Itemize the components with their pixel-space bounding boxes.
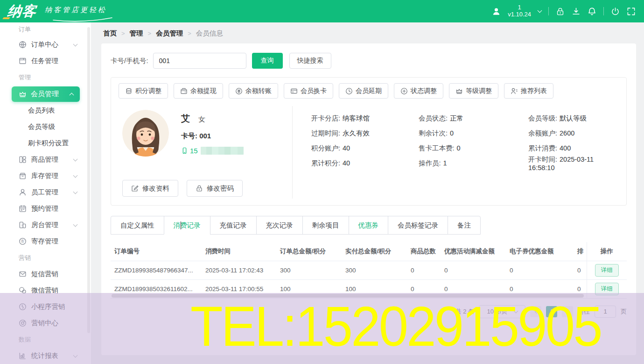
chevron-down-icon bbox=[513, 308, 518, 313]
search-input[interactable] bbox=[153, 53, 246, 69]
tab-coupons[interactable]: 优惠券 bbox=[349, 216, 389, 235]
sidebar-subitem-member-list[interactable]: 会员列表 bbox=[0, 102, 91, 119]
next-page-button[interactable] bbox=[562, 306, 573, 317]
grid-icon bbox=[19, 156, 27, 164]
download-icon[interactable] bbox=[572, 7, 581, 16]
current-page[interactable]: 1 bbox=[546, 306, 557, 317]
detail-button[interactable]: 详细 bbox=[595, 283, 619, 295]
sidebar-item-goods-management[interactable]: 商品管理 bbox=[0, 151, 91, 168]
sidebar-item-booking-management[interactable]: 预约管理 bbox=[0, 200, 91, 217]
button-label: 修改资料 bbox=[142, 184, 169, 193]
page-size-value: 10条/页 bbox=[487, 307, 507, 316]
tagline-underline bbox=[52, 17, 113, 22]
consumption-table: 订单编号 消费时间 订单总金额/积分 实付总金额/积分 商品总数 优惠活动满减金… bbox=[111, 242, 627, 299]
card-replace-button[interactable]: 会员换卡 bbox=[284, 83, 333, 99]
sidebar-item-label: 库存管理 bbox=[31, 171, 58, 180]
sidebar-section-data: 数据 bbox=[0, 331, 91, 348]
status-adjust-button[interactable]: 状态调整 bbox=[394, 83, 443, 99]
quick-search-button[interactable]: 快捷搜索 bbox=[289, 53, 331, 69]
tab-custom-attributes[interactable]: 自定义属性 bbox=[111, 216, 164, 235]
box-icon bbox=[19, 172, 27, 180]
horizontal-scrollbar[interactable] bbox=[112, 294, 584, 298]
member-extend-button[interactable]: 会员延期 bbox=[339, 83, 388, 99]
user-info[interactable]: 1 v1.10.24 bbox=[508, 4, 531, 18]
member-actions: 积分调整 余额提现 余额转账 会员换卡 会员延期 状态调整 等级调整 推荐列表 bbox=[119, 83, 619, 99]
sidebar-item-task-management[interactable]: 任务管理 bbox=[0, 53, 91, 69]
sidebar-item-deposit-management[interactable]: 寄 寄存管理 bbox=[0, 233, 91, 250]
sidebar-item-miniprogram-marketing[interactable]: 小程序营销 bbox=[0, 299, 91, 315]
sidebar-subitem-member-level[interactable]: 会员等级 bbox=[0, 119, 91, 135]
wechat-icon bbox=[19, 286, 27, 294]
user-icon[interactable] bbox=[492, 7, 501, 16]
col-consume-time: 消费时间 bbox=[202, 242, 276, 261]
balance-withdraw-button[interactable]: 余额提现 bbox=[174, 83, 223, 99]
member-name-row: 艾女 bbox=[181, 113, 244, 125]
table-row: ZZMD1899385487966347... 2025-03-11 17:02… bbox=[111, 261, 627, 279]
sidebar-item-sms-marketing[interactable]: 短信营销 bbox=[0, 266, 91, 282]
sidebar-item-room-management[interactable]: 房台管理 bbox=[0, 217, 91, 233]
sidebar-item-label: 寄存管理 bbox=[31, 237, 58, 246]
clock-icon bbox=[345, 87, 353, 95]
coupon-cell: 0 bbox=[506, 261, 574, 279]
record-tabs: 自定义属性 消费记录 充值记录 充次记录 剩余项目 优惠券 会员标签记录 备注 bbox=[111, 216, 627, 235]
lock-icon[interactable] bbox=[556, 7, 565, 16]
tab-member-tag-records[interactable]: 会员标签记录 bbox=[388, 216, 448, 235]
tab-recharge-records[interactable]: 充值记录 bbox=[210, 216, 257, 235]
room-icon bbox=[19, 221, 27, 229]
sidebar-item-staff-management[interactable]: 员工管理 bbox=[0, 184, 91, 200]
level-adjust-button[interactable]: 等级调整 bbox=[449, 83, 498, 99]
col-truncated: 排 bbox=[574, 242, 587, 261]
breadcrumb-member-management[interactable]: 会员管理 bbox=[156, 29, 183, 38]
sidebar-item-statistics-reports[interactable]: 统计报表 bbox=[0, 348, 91, 364]
tab-notes[interactable]: 备注 bbox=[448, 216, 481, 235]
phone-prefix: 15 bbox=[190, 147, 198, 155]
power-icon[interactable] bbox=[611, 7, 620, 16]
breadcrumb-separator: > bbox=[188, 30, 191, 37]
sidebar-item-wechat-marketing[interactable]: 微信营销 bbox=[0, 282, 91, 299]
sidebar-item-member-management-active[interactable]: 会员管理 bbox=[12, 86, 80, 102]
count-cell: 0 bbox=[407, 261, 441, 279]
button-label: 会员换卡 bbox=[301, 87, 327, 95]
button-label: 积分调整 bbox=[135, 87, 161, 95]
brand-area: 纳客 纳客管店更轻松 bbox=[0, 2, 140, 21]
fullscreen-icon[interactable] bbox=[627, 7, 636, 16]
chevron-down-icon[interactable] bbox=[538, 8, 542, 13]
col-paid-total: 实付总金额/积分 bbox=[342, 242, 407, 261]
detail-field: 余额账户:2600 bbox=[528, 129, 619, 138]
breadcrumb-management[interactable]: 管理 bbox=[130, 29, 143, 38]
detail-button[interactable]: 详细 bbox=[595, 264, 619, 277]
col-operation: 操作 bbox=[587, 242, 627, 261]
balance-transfer-button[interactable]: 余额转账 bbox=[229, 83, 278, 99]
goto-page-input[interactable] bbox=[595, 306, 616, 318]
page-size-select[interactable]: 10条/页 bbox=[479, 305, 525, 318]
sidebar-item-order-center[interactable]: 订单中心 bbox=[0, 36, 91, 53]
edit-profile-button[interactable]: 修改资料 bbox=[122, 180, 178, 197]
tab-consumption-records[interactable]: 消费记录 bbox=[164, 216, 210, 235]
goto-label: 前往 bbox=[578, 307, 590, 316]
detail-field: 开卡时间:2025-03-11 16:58:10 bbox=[528, 155, 619, 171]
mail-icon bbox=[19, 270, 27, 278]
sidebar-item-label: 短信营销 bbox=[31, 270, 58, 278]
prev-page-button[interactable] bbox=[530, 306, 541, 317]
chevron-down-icon bbox=[73, 353, 78, 357]
points-adjust-button[interactable]: 积分调整 bbox=[119, 83, 168, 99]
time-cell: 2025-03-11 17:02:43 bbox=[202, 261, 276, 279]
crown-icon bbox=[19, 90, 27, 98]
sidebar-item-inventory-management[interactable]: 库存管理 bbox=[0, 168, 91, 184]
query-button[interactable]: 查询 bbox=[252, 53, 283, 69]
sidebar-subitem-card-points-settings[interactable]: 刷卡积分设置 bbox=[0, 135, 91, 151]
edit-password-button[interactable]: 修改密码 bbox=[187, 180, 243, 197]
chevron-down-icon bbox=[73, 42, 78, 46]
sidebar-scrollbar[interactable] bbox=[87, 27, 90, 333]
sidebar-section-orders: 订单 bbox=[0, 22, 91, 36]
breadcrumb-home[interactable]: 首页 bbox=[103, 29, 117, 38]
detail-field: 会员状态:正常 bbox=[419, 114, 528, 123]
referral-list-button[interactable]: 推荐列表 bbox=[504, 83, 553, 99]
tab-times-records[interactable]: 充次记录 bbox=[256, 216, 303, 235]
bell-icon[interactable] bbox=[588, 7, 596, 16]
sidebar-item-label: 预约管理 bbox=[31, 204, 58, 213]
username: 1 bbox=[518, 4, 521, 11]
tab-remaining-items[interactable]: 剩余项目 bbox=[302, 216, 349, 235]
sidebar-item-marketing-center[interactable]: 营销中心 bbox=[0, 315, 91, 331]
table-header-row: 订单编号 消费时间 订单总金额/积分 实付总金额/积分 商品总数 优惠活动满减金… bbox=[111, 242, 627, 261]
